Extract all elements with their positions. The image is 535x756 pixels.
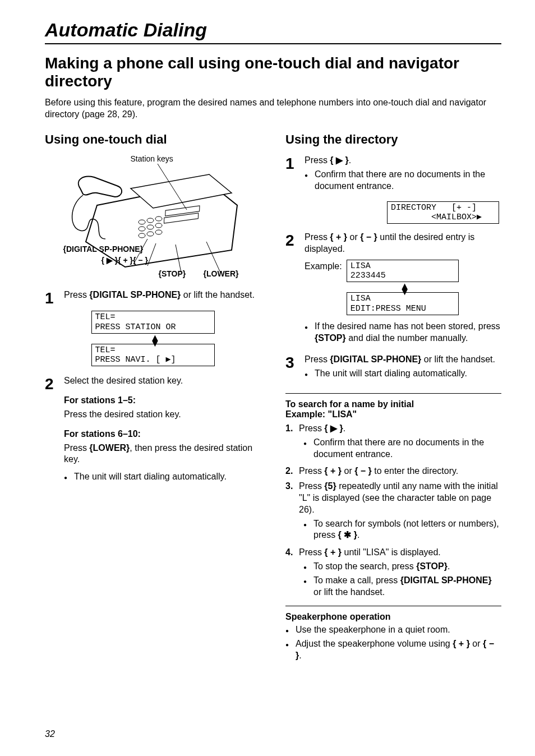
svg-point-0: [139, 220, 145, 224]
svg-point-4: [147, 225, 154, 229]
label-digital-sp-phone: {DIGITAL SP-PHONE}: [63, 245, 144, 253]
right-step-3: 3 Press {DIGITAL SP-PHONE} or lift the h…: [285, 354, 501, 385]
text: Press: [299, 423, 324, 433]
key-stop: {STOP}: [315, 333, 346, 343]
sub-title-stations-6-10: For stations 6–10:: [64, 428, 261, 440]
bullet-item: To search for symbols (not letters or nu…: [303, 518, 501, 542]
bullet-item: To stop the search, press {STOP}.: [303, 561, 501, 573]
text: Press: [299, 481, 324, 491]
text: Press: [305, 354, 330, 364]
bullet-list: Use the speakerphone in a quiet room. Ad…: [285, 624, 501, 661]
text: Press: [305, 232, 330, 242]
bullet-item: To make a call, press {DIGITAL SP-PHONE}…: [303, 575, 501, 598]
bullet-item: The unit will start dialing automaticall…: [305, 368, 501, 380]
text: or: [342, 466, 354, 476]
svg-point-5: [155, 223, 162, 228]
text: or lift the handset.: [181, 290, 255, 299]
fax-machine-icon: [63, 155, 243, 278]
label-station-keys: Station keys: [131, 155, 173, 163]
text: If the desired name has not been stored,…: [315, 321, 500, 331]
divider: [285, 393, 501, 394]
text: Press: [299, 466, 324, 476]
bullet-list: The unit will start dialing automaticall…: [64, 471, 261, 483]
lcd-display-group: TEL= PRESS STATION OR ▲▼ TEL= PRESS NAVI…: [91, 311, 215, 366]
example-label: Example:: [305, 260, 342, 273]
text: Press the desired station key.: [64, 409, 261, 421]
divider-top: [45, 43, 501, 44]
step-number: 1: [45, 291, 64, 306]
page: Automatic Dialing Making a phone call us…: [0, 0, 535, 756]
key-right-arrow: { ▶ }: [324, 423, 343, 433]
key-digital-sp-phone: {DIGITAL SP-PHONE}: [400, 575, 492, 585]
chapter-title: Automatic Dialing: [45, 19, 501, 41]
list-item: Press { ▶ }. Confirm that there are no d…: [285, 423, 501, 460]
text: To make a call, press: [313, 575, 400, 585]
divider: [285, 606, 501, 606]
bullet-item: Confirm that there are no documents in t…: [303, 437, 501, 460]
bullet-item: If the desired name has not been stored,…: [305, 321, 501, 344]
step-body: Press {DIGITAL SP-PHONE} or lift the han…: [305, 354, 501, 385]
step-number: 2: [285, 233, 305, 248]
label-nav-keys: { ▶ }{ + }{ − }: [102, 256, 148, 265]
svg-point-8: [155, 230, 162, 234]
text: .: [448, 561, 450, 571]
text: .: [357, 530, 359, 540]
left-step-1: 1 Press {DIGITAL SP-PHONE} or lift the h…: [45, 289, 261, 306]
left-heading: Using one-touch dial: [45, 132, 261, 147]
text: or lift the handset.: [313, 587, 385, 597]
section-heading: Making a phone call using one-touch dial…: [45, 54, 501, 90]
key-stop: {STOP}: [416, 561, 448, 571]
search-steps-list: Press { ▶ }. Confirm that there are no d…: [285, 423, 501, 598]
bullet-list: If the desired name has not been stored,…: [305, 321, 501, 344]
text: Press: [64, 443, 89, 453]
left-step-2: 2 Select the desired station key. For st…: [45, 375, 261, 488]
up-down-icon: ▲▼: [400, 283, 405, 291]
lcd-line-1: TEL= PRESS STATION OR: [91, 311, 215, 334]
text: Press: [299, 547, 324, 557]
text: to enter the directory.: [372, 466, 458, 476]
sub-title-stations-1-5: For stations 1–5:: [64, 395, 261, 407]
page-number: 32: [45, 729, 55, 739]
svg-point-3: [139, 227, 145, 231]
bullet-list: Confirm that there are no documents in t…: [303, 437, 501, 460]
list-item: Press { + } until "LISA" is displayed. T…: [285, 547, 501, 598]
text: Press: [305, 155, 330, 165]
key-5: {5}: [324, 481, 336, 491]
fax-diagram: Station keys: [63, 155, 243, 278]
step-body: Press { ▶ }. Confirm that there are no d…: [305, 155, 501, 197]
example-row: Example: LISA 2233445 ▲▼ LISA EDIT:PRESS…: [305, 260, 501, 315]
lcd-example-1: LISA 2233445: [347, 260, 459, 283]
right-step-1: 1 Press { ▶ }. Confirm that there are no…: [285, 155, 501, 197]
text: Select the desired station key.: [64, 376, 183, 385]
step-number: 2: [45, 376, 64, 392]
svg-point-1: [147, 218, 154, 223]
text: Press {LOWER}, then press the desired st…: [64, 442, 261, 466]
bullet-item: Adjust the speakerphone volume using { +…: [285, 638, 501, 662]
two-column-layout: Using one-touch dial Station keys: [45, 132, 501, 667]
text: .: [349, 155, 351, 165]
key-plus: { + }: [324, 466, 342, 476]
svg-point-6: [139, 233, 145, 238]
bullet-list: The unit will start dialing automaticall…: [305, 368, 501, 380]
bullet-list: To search for symbols (not letters or nu…: [303, 518, 501, 542]
step-number: 3: [285, 355, 305, 371]
text: .: [343, 423, 345, 433]
lcd-directory: DIRECTORY [+ -] <MAILBOX>▶: [387, 201, 499, 224]
key-lower: {LOWER}: [89, 443, 130, 453]
text: .: [299, 651, 301, 660]
list-item: Press { + } or { − } to enter the direct…: [285, 465, 501, 477]
key-plus: { + }: [324, 547, 342, 557]
text: or lift the handset.: [421, 354, 495, 364]
search-example: Example: "LISA": [285, 409, 501, 420]
up-down-icon: ▲▼: [150, 335, 156, 343]
svg-point-7: [147, 232, 154, 236]
right-column: Using the directory 1 Press { ▶ }. Confi…: [285, 132, 501, 667]
label-stop: {STOP}: [159, 270, 186, 278]
text: or: [470, 639, 483, 648]
key-digital-sp-phone: {DIGITAL SP-PHONE}: [330, 354, 421, 364]
key-star: { ✱ }: [338, 530, 357, 540]
svg-point-2: [155, 216, 162, 221]
key-minus: { − }: [354, 466, 372, 476]
speakerphone-title: Speakerphone operation: [285, 612, 501, 622]
bullet-item: Use the speakerphone in a quiet room.: [285, 624, 501, 636]
